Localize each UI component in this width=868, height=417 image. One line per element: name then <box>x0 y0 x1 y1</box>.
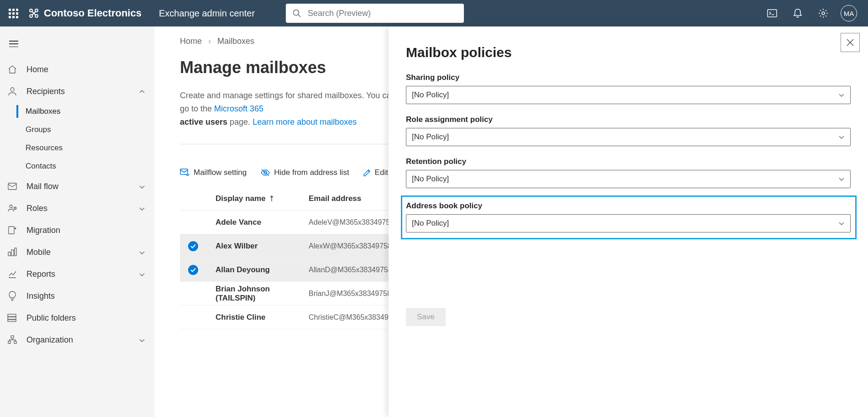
toolbar-hide-address[interactable]: Hide from address list <box>260 168 349 177</box>
nav-label: Recipients <box>26 87 65 96</box>
chevron-right-icon: › <box>208 37 211 46</box>
link-m365-admin[interactable]: Microsoft 365 <box>214 104 263 113</box>
label-sharing-policy: Sharing policy <box>406 73 851 82</box>
svg-rect-20 <box>14 341 16 343</box>
brand-name: Contoso Electronics <box>44 7 142 19</box>
home-icon <box>7 64 17 74</box>
label-role-assignment-policy: Role assignment policy <box>406 115 851 124</box>
cell-display-name: Adele Vance <box>216 218 309 227</box>
svg-point-7 <box>11 88 14 91</box>
org-icon <box>7 335 17 345</box>
field-sharing-policy: Sharing policy [No Policy] <box>406 73 851 104</box>
field-role-assignment-policy: Role assignment policy [No Policy] <box>406 115 851 146</box>
notifications-button[interactable] <box>785 0 810 26</box>
row-checkbox[interactable] <box>188 241 216 251</box>
check-circle-icon <box>188 241 198 251</box>
subnav-resources[interactable]: Resources <box>0 139 154 157</box>
dropdown-retention-policy[interactable]: [No Policy] <box>406 170 851 188</box>
svg-rect-13 <box>11 250 14 256</box>
label-retention-policy: Retention policy <box>406 157 851 166</box>
row-checkbox[interactable] <box>188 265 216 275</box>
chevron-down-icon <box>139 182 145 191</box>
migration-icon <box>7 225 17 235</box>
toolbar-mailflow-setting[interactable]: Mailflow setting <box>180 168 247 177</box>
nav-label: Organization <box>26 335 73 345</box>
mail-icon <box>7 181 17 191</box>
label-address-book-policy: Address book policy <box>406 201 851 211</box>
col-display-name[interactable]: Display name <box>216 194 309 203</box>
sidebar: Home Recipients Mailboxes Groups Resourc… <box>0 26 154 417</box>
app-launcher-button[interactable] <box>0 0 26 26</box>
chevron-down-icon <box>139 248 145 257</box>
breadcrumb-home[interactable]: Home <box>180 37 202 46</box>
svg-rect-12 <box>8 252 11 256</box>
nav-label: Home <box>26 65 48 74</box>
breadcrumb-current: Mailboxes <box>217 37 254 46</box>
chevron-down-icon <box>139 204 145 213</box>
folders-icon <box>7 313 17 323</box>
sort-asc-icon <box>269 195 274 202</box>
chevron-up-icon <box>139 87 145 96</box>
svg-rect-15 <box>8 314 16 317</box>
dropdown-sharing-policy[interactable]: [No Policy] <box>406 86 851 104</box>
search-input[interactable] <box>308 9 458 18</box>
svg-point-10 <box>14 207 16 209</box>
svg-rect-8 <box>8 183 16 190</box>
nav-roles[interactable]: Roles <box>0 197 154 219</box>
header-right: MA <box>759 0 868 26</box>
svg-rect-19 <box>8 341 11 343</box>
svg-rect-11 <box>9 227 14 234</box>
panel-close-button[interactable] <box>841 33 860 52</box>
svg-rect-18 <box>11 336 14 338</box>
dropdown-address-book-policy[interactable]: [No Policy] <box>406 214 851 232</box>
edit-icon <box>363 169 371 177</box>
mailflow-icon <box>180 169 190 177</box>
roles-icon <box>7 203 17 213</box>
nav-home[interactable]: Home <box>0 58 154 80</box>
search-wrap <box>286 4 464 23</box>
chevron-down-icon <box>838 135 845 139</box>
cloud-shell-button[interactable] <box>759 0 785 26</box>
app-header: Contoso Electronics Exchange admin cente… <box>0 0 868 26</box>
nav-label: Migration <box>26 226 60 235</box>
nav-public-folders[interactable]: Public folders <box>0 307 154 329</box>
nav-insights[interactable]: Insights <box>0 285 154 307</box>
hide-icon <box>260 169 270 177</box>
subnav-groups[interactable]: Groups <box>0 121 154 139</box>
nav-reports[interactable]: Reports <box>0 263 154 285</box>
settings-button[interactable] <box>810 0 836 26</box>
brand[interactable]: Contoso Electronics <box>28 7 142 19</box>
chevron-down-icon <box>838 93 845 97</box>
toolbar-edit[interactable]: Edit <box>363 168 388 177</box>
search-icon <box>292 9 301 18</box>
chevron-down-icon <box>838 177 845 181</box>
nav-mail-flow[interactable]: Mail flow <box>0 175 154 197</box>
link-learn-mailboxes[interactable]: Learn more about mailboxes <box>253 117 357 127</box>
account-button[interactable]: MA <box>836 0 862 26</box>
nav-mobile[interactable]: Mobile <box>0 241 154 263</box>
nav-recipients[interactable]: Recipients <box>0 80 154 102</box>
chevron-down-icon <box>139 269 145 279</box>
panel-title: Mailbox policies <box>406 45 851 60</box>
save-button[interactable]: Save <box>406 308 446 326</box>
subnav-contacts[interactable]: Contacts <box>0 157 154 175</box>
highlight-address-book-policy: Address book policy [No Policy] <box>401 195 857 239</box>
nav-label: Mobile <box>26 248 51 257</box>
hamburger-icon <box>9 41 18 47</box>
subnav-mailboxes[interactable]: Mailboxes <box>0 102 154 121</box>
nav-organization[interactable]: Organization <box>0 329 154 351</box>
sidebar-toggle-button[interactable] <box>3 33 25 55</box>
cloud-shell-icon <box>767 9 777 17</box>
close-icon <box>846 38 854 47</box>
cell-display-name: Brian Johnson (TAILSPIN) <box>216 285 309 303</box>
svg-rect-16 <box>8 317 16 319</box>
field-retention-policy: Retention policy [No Policy] <box>406 157 851 188</box>
svg-point-9 <box>10 205 12 208</box>
nav-label: Reports <box>26 269 55 279</box>
dropdown-role-assignment-policy[interactable]: [No Policy] <box>406 128 851 146</box>
search-box[interactable] <box>286 4 464 23</box>
nav-migration[interactable]: Migration <box>0 219 154 241</box>
nav-label: Insights <box>26 291 55 301</box>
nav-label: Mail flow <box>26 182 58 191</box>
chevron-down-icon <box>838 221 845 226</box>
